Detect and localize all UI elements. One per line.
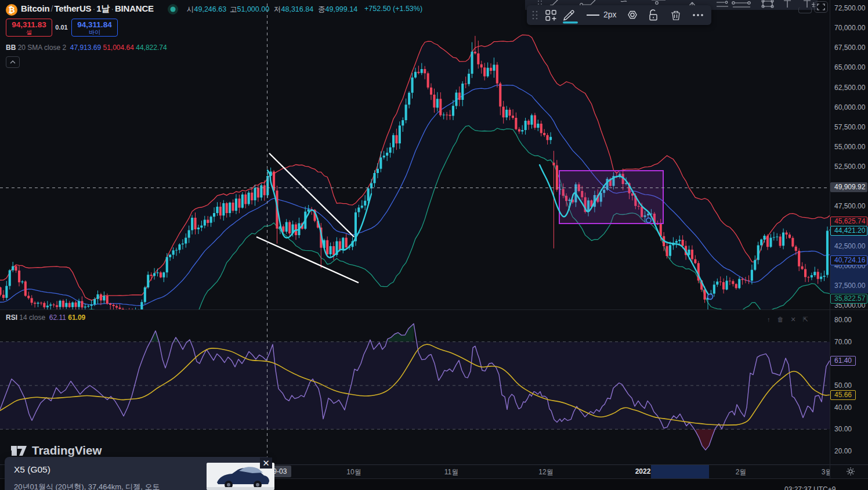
svg-text:₿: ₿	[8, 5, 15, 15]
